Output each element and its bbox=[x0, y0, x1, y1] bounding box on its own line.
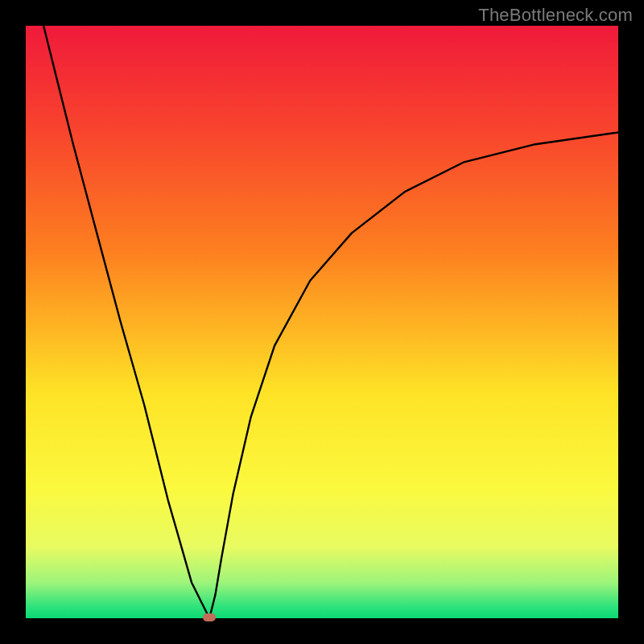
chart-frame: TheBottleneck.com bbox=[0, 0, 644, 644]
bottleneck-curve bbox=[26, 26, 618, 618]
plot-area bbox=[26, 26, 618, 618]
watermark-text: TheBottleneck.com bbox=[478, 5, 633, 26]
curve-path bbox=[43, 26, 618, 618]
bottleneck-marker bbox=[203, 613, 216, 621]
